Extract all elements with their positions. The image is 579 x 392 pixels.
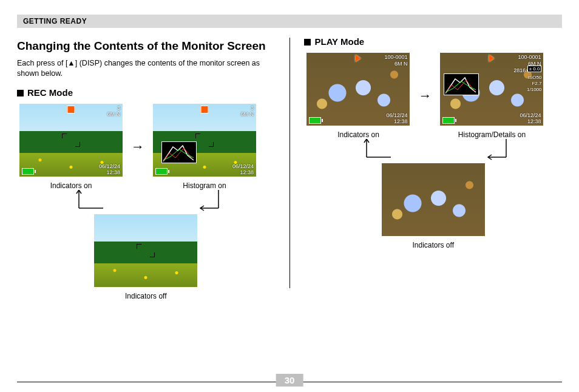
flow-arrows-rec xyxy=(24,190,267,214)
hud-bottom-right: 06/12/2412:38 xyxy=(520,112,541,124)
rec-screen-histogram-on: 36M N 06/12/2412:38 Histogram on xyxy=(153,104,256,190)
histogram-overlay xyxy=(161,141,197,163)
two-column-layout: Changing the Contents of the Monitor Scr… xyxy=(17,35,562,300)
ev-readout: ± 0.0 xyxy=(527,66,542,72)
rec-top-row: 36M N 06/12/2412:38 Indicators on → xyxy=(19,104,275,190)
focus-frame-icon xyxy=(195,133,214,147)
play-screen-histogram-details: 100-00016M N2816×2112 ± 0.0 ISO50F2.71/1… xyxy=(440,53,543,139)
details-readout: ISO50F2.71/1000 xyxy=(527,75,541,93)
page-title: Changing the Contents of the Monitor Scr… xyxy=(17,39,275,53)
battery-icon xyxy=(442,117,455,124)
manual-page: GETTING READY Changing the Contents of t… xyxy=(0,0,579,392)
focus-frame-icon xyxy=(62,133,80,147)
focus-frame-icon xyxy=(137,244,155,257)
intro-text: Each press of [▲] (DISP) changes the con… xyxy=(17,58,275,79)
left-column: Changing the Contents of the Monitor Scr… xyxy=(17,35,275,300)
caption-indicators-off: Indicators off xyxy=(17,292,275,300)
hud-top-right: 100-00016M N xyxy=(384,54,407,67)
hud-bottom-right: 06/12/2412:38 xyxy=(232,163,254,175)
play-screen-indicators-off: Indicators off xyxy=(304,163,562,249)
play-mode-heading: PLAY Mode xyxy=(304,36,562,47)
flow-arrows-play xyxy=(312,139,555,163)
rec-icon xyxy=(201,106,209,113)
rec-icon xyxy=(67,106,75,113)
battery-icon xyxy=(309,117,321,124)
play-mode-label: PLAY Mode xyxy=(314,36,364,47)
section-header: GETTING READY xyxy=(17,15,562,28)
battery-icon xyxy=(155,168,168,175)
rec-mode-heading: REC Mode xyxy=(17,87,275,98)
histogram-overlay xyxy=(444,73,479,95)
page-footer: 30 xyxy=(17,382,562,382)
play-screen-indicators-on: 100-00016M N 06/12/2412:38 Indicators on xyxy=(306,53,410,139)
rec-screen-indicators-off: Indicators off xyxy=(17,214,275,300)
square-bullet-icon xyxy=(17,90,24,96)
column-divider xyxy=(290,38,290,288)
arrow-right-icon: → xyxy=(131,139,144,155)
caption-play-indicators-on: Indicators on xyxy=(306,130,410,139)
arrow-right-icon: → xyxy=(418,88,432,104)
caption-histogram-on: Histogram on xyxy=(153,181,256,190)
square-bullet-icon xyxy=(304,39,311,46)
page-number: 30 xyxy=(276,374,303,387)
rec-mode-label: REC Mode xyxy=(27,87,73,98)
caption-play-indicators-off: Indicators off xyxy=(304,241,562,249)
hud-bottom-right: 06/12/2412:38 xyxy=(386,112,407,124)
play-icon xyxy=(356,55,361,62)
caption-indicators-on: Indicators on xyxy=(19,181,123,190)
play-icon xyxy=(489,55,495,62)
hud-top-right: 36M N xyxy=(240,105,254,118)
caption-play-histogram-details: Histogram/Details on xyxy=(440,130,543,139)
hud-top-right: 36M N xyxy=(107,105,120,118)
play-top-row: 100-00016M N 06/12/2412:38 Indicators on… xyxy=(306,53,562,139)
battery-icon xyxy=(22,168,34,175)
hud-bottom-right: 06/12/2412:38 xyxy=(99,163,120,175)
rec-screen-indicators-on: 36M N 06/12/2412:38 Indicators on xyxy=(19,104,123,190)
right-column: PLAY Mode 100-00016M N 06/12/2412:38 Ind… xyxy=(304,35,562,300)
